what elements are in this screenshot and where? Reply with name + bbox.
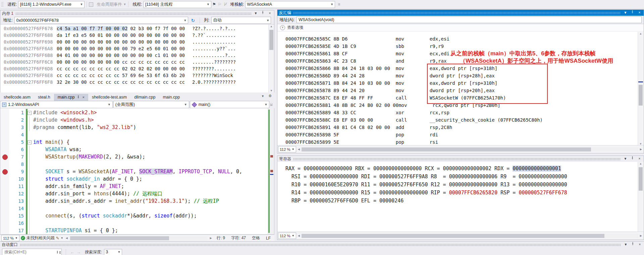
asm-line[interactable]: 00007FFCB6265891 48 81 C4 C8 02 00 00 ad… — [285, 124, 637, 131]
window-menu-icon[interactable]: ▼ — [253, 11, 258, 16]
memory-address-input[interactable]: 0x000000527F6FF678▼ — [14, 17, 188, 24]
tab-steal.h[interactable]: steal.h — [34, 94, 54, 101]
autos-title-bar[interactable]: 自动窗口 ▼ × — [0, 242, 644, 248]
memory-row[interactable]: 0x000000527F6FF6C800 00 00 00 00 00 00 0… — [0, 59, 274, 65]
code-editor[interactable]: 1−#include <winsock2.h>2#include <window… — [0, 108, 274, 235]
registers-list[interactable]: RAX = 0000000000000000 RBX = 00000000000… — [285, 165, 637, 205]
memory-row[interactable]: 0x000000527F6FF688da 1f e3 e5 60 01 00 0… — [0, 32, 274, 39]
editor-hscrollbar[interactable] — [70, 236, 208, 240]
lifecycle-events-button[interactable]: 生命周期事件 — [97, 2, 122, 7]
process-dropdown[interactable]: [8116] 1.2-WindowsAPI.exe▼ — [18, 1, 85, 8]
scroll-left-icon[interactable]: ◀ — [297, 234, 301, 237]
editor-scrollbar[interactable] — [268, 108, 274, 234]
asm-line[interactable]: 00007FFCB6265899 5E pop rsi — [285, 138, 637, 146]
breakpoint-icon[interactable] — [2, 154, 8, 160]
breakpoint-gutter[interactable] — [0, 138, 9, 146]
columns-dropdown[interactable]: 自动▼ — [211, 17, 271, 24]
tab-list-chevron-icon[interactable]: ▼ — [261, 94, 264, 98]
memory-row[interactable]: 0x000000527F6FF6B804 01 00 00 00 00 00 0… — [0, 52, 274, 59]
chevron-down-icon[interactable]: ▼ — [123, 3, 126, 6]
breakpoint-gutter[interactable] — [0, 124, 9, 131]
breakpoint-gutter[interactable] — [0, 183, 9, 190]
breakpoint-gutter[interactable] — [0, 153, 9, 161]
eol-indicator[interactable]: LF — [264, 236, 273, 241]
flag-filter-icon[interactable]: ⚐̸ — [223, 2, 227, 7]
breakpoint-gutter[interactable] — [0, 168, 9, 175]
register-line[interactable]: R14 = 0000000000000000 R15 = 00000000000… — [285, 189, 637, 197]
pencil-icon[interactable]: ✎ — [56, 236, 59, 241]
search-back-icon[interactable]: ← — [70, 250, 74, 255]
asm-line[interactable]: 00007FFCB6265889 48 33 CC xor rcx,rsp — [285, 109, 637, 116]
tab-shellcode-test.asm[interactable]: shellcode-test.asm — [88, 94, 130, 101]
register-line[interactable]: R10 = 00000160E5E20970 R11 = 000000527F6… — [285, 181, 637, 189]
scroll-right-icon[interactable]: ▶ — [639, 148, 643, 151]
register-line[interactable]: RSI = 0000000000000000 RDI = 000000527F6… — [285, 173, 637, 181]
stack-frame-dropdown[interactable]: WSASocketA▼ — [245, 1, 335, 8]
symbol-dropdown[interactable]: main()▼ — [190, 101, 270, 108]
breakpoint-gutter[interactable] — [0, 109, 9, 116]
breakpoint-icon[interactable] — [2, 169, 8, 175]
pin-icon[interactable] — [630, 156, 635, 162]
register-line[interactable]: RAX = 0000000000000000 RBX = 00000000000… — [285, 165, 637, 173]
disassembly-title-bar[interactable]: 反汇编 ▼ × — [277, 10, 644, 16]
toolbar-overflow-icon[interactable]: ≡ — [338, 2, 340, 7]
breakpoint-gutter[interactable] — [0, 131, 9, 138]
disassembly-hscrollbar[interactable] — [302, 147, 638, 151]
memory-row[interactable]: 0x000000527F6FF6E8cc cc cc cc cc cc cc c… — [0, 72, 274, 79]
registers-zoom-dropdown[interactable]: 112 %▼ — [278, 233, 296, 239]
asm-line[interactable]: 00007FFCB626588C E8 EF 03 00 00 call __s… — [285, 116, 637, 124]
memory-row[interactable]: 0x000000527F6FF69800 00 00 00 00 00 00 0… — [0, 39, 274, 45]
spaces-indicator[interactable]: 空格 — [250, 235, 262, 241]
breakpoint-gutter[interactable] — [0, 197, 9, 205]
scope-dropdown[interactable]: (全局范围)▼ — [113, 101, 189, 108]
scroll-right-icon[interactable]: ▶ — [639, 234, 643, 237]
pin-icon[interactable] — [260, 11, 265, 16]
disassembly-vscrollbar[interactable]: ▲ ▼ — [638, 32, 643, 146]
tab-dllmain.cpp[interactable]: dllmain.cpp — [130, 94, 159, 101]
breakpoint-gutter[interactable] — [0, 175, 9, 183]
memory-row[interactable]: 0x000000527F6FF6A800 00 00 00 00 00 00 0… — [0, 45, 274, 52]
view-options-row[interactable]: ∨ 查看选项 — [277, 24, 644, 31]
breakpoint-gutter[interactable] — [0, 190, 9, 197]
close-icon[interactable]: × — [267, 11, 272, 16]
close-icon[interactable]: × — [637, 242, 642, 247]
thread-dropdown[interactable]: [11048] 主线程▼ — [144, 1, 211, 8]
flag-icon[interactable]: ⚑ — [212, 2, 216, 7]
autos-search-box[interactable]: ▼ — [2, 249, 62, 255]
chevron-down-icon[interactable]: ▼ — [61, 237, 63, 240]
breakpoint-gutter[interactable] — [0, 219, 9, 227]
search-forward-icon[interactable]: → — [76, 250, 81, 255]
disasm-zoom-dropdown[interactable]: 112 %▼ — [278, 146, 296, 152]
window-menu-icon[interactable]: ▼ — [623, 156, 628, 162]
memory-hex-view[interactable]: 0x000000527F6FF678c4 5a a1 00 f7 7f 00 0… — [0, 24, 274, 92]
asm-line[interactable]: 00007FFCB626585E 4D 1B C9 sbb r9,r9 — [285, 43, 637, 50]
breakpoint-gutter[interactable] — [0, 205, 9, 212]
memory-row[interactable]: 0x000000527F6FF678c4 5a a1 00 f7 7f 00 0… — [0, 25, 274, 32]
window-menu-icon[interactable]: ▼ — [623, 10, 628, 15]
pin-icon[interactable] — [630, 10, 635, 15]
search-input[interactable] — [4, 249, 57, 255]
disasm-address-input[interactable]: WSASocketA(void) — [297, 16, 642, 23]
tab-main.cpp[interactable]: main.cpp× — [54, 94, 88, 101]
toolbar-grip[interactable] — [1, 2, 3, 7]
register-line[interactable]: RBP = 000000527F6FF6D0 EFL = 00000246 — [285, 197, 637, 205]
refresh-icon[interactable]: ↻ — [191, 18, 195, 23]
breakpoint-gutter[interactable] — [0, 227, 9, 234]
editor-zoom-dropdown[interactable]: 112 %▼ — [1, 235, 19, 241]
pin-icon[interactable] — [76, 95, 80, 100]
close-icon[interactable]: × — [637, 156, 642, 162]
asm-line[interactable]: 00007FFCB626585C 8B D6 mov edx,esi — [285, 35, 637, 43]
close-icon[interactable]: × — [82, 95, 84, 99]
scroll-up-icon[interactable]: ▲ — [638, 32, 643, 35]
flag-outline-icon[interactable]: ⚐ — [218, 2, 222, 7]
breakpoint-gutter[interactable] — [0, 116, 9, 124]
scroll-left-icon[interactable]: ◀ — [65, 237, 69, 240]
tab-shellcode.asm[interactable]: shellcode.asm — [0, 94, 34, 101]
registers-hscrollbar[interactable] — [302, 234, 638, 238]
scroll-left-icon[interactable]: ◀ — [297, 148, 301, 151]
breakpoint-gutter[interactable] — [0, 161, 9, 168]
scroll-up-icon[interactable]: ▲ — [638, 162, 643, 165]
close-icon[interactable]: × — [637, 10, 642, 15]
project-dropdown[interactable]: + 1.2-WindowsAPI▼ — [0, 101, 113, 108]
memory-row[interactable]: 0x000000527F6FF6F832 2e 30 00 cc cc cc c… — [0, 79, 274, 85]
